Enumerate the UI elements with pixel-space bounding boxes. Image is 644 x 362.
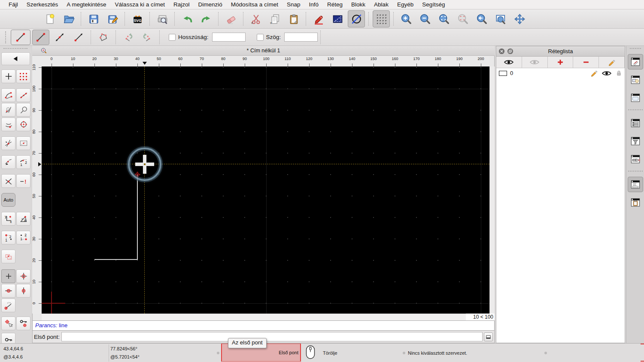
snap-free-button[interactable] — [1, 69, 15, 83]
relzero-vertical-button[interactable] — [16, 284, 30, 298]
edit-layer-button[interactable] — [599, 57, 625, 68]
snap-intersection-manual-button[interactable] — [1, 136, 15, 150]
zoom-pan-button[interactable] — [511, 10, 528, 27]
dock-clipboard-button[interactable] — [628, 195, 643, 210]
snap-distance-button[interactable] — [1, 118, 15, 131]
snap-auto-button[interactable]: Auto — [1, 193, 15, 207]
pick-relzero-button[interactable] — [1, 317, 15, 330]
edit-attributes-button[interactable] — [329, 10, 346, 27]
vertical-scrollbar[interactable] — [489, 66, 495, 314]
line-double-arrow-button[interactable] — [51, 30, 68, 45]
layer-visible-icon[interactable] — [601, 70, 612, 76]
order-12-button[interactable]: 12 — [1, 231, 15, 244]
line-ray-button[interactable] — [70, 30, 87, 45]
horizontal-scrollbar[interactable] — [42, 314, 466, 320]
layer-panel-titlebar[interactable]: Réteglista — [496, 46, 625, 57]
select-region-button[interactable] — [1, 250, 15, 263]
dock-command-line-button[interactable] — [628, 177, 643, 192]
new-file-button[interactable] — [41, 10, 58, 27]
restrict-horizontal-button[interactable]: 12 — [16, 155, 30, 169]
snap-on-entity-button[interactable] — [16, 88, 30, 102]
snap-intersection-button[interactable] — [16, 118, 30, 131]
print-preview-button[interactable] — [154, 10, 171, 27]
zoom-out-button[interactable] — [416, 10, 434, 27]
save-file-as-button[interactable] — [104, 10, 121, 27]
menu-rajzol[interactable]: Rajzol — [169, 1, 194, 8]
open-file-button[interactable] — [60, 10, 77, 27]
paste-button[interactable] — [285, 10, 302, 27]
undock-icon[interactable] — [507, 48, 513, 54]
angle-protractor-button[interactable] — [1, 299, 15, 312]
restrict-orthogonal-button[interactable] — [1, 155, 15, 169]
dock-entity-list-button[interactable] — [628, 115, 643, 131]
line-segments-button[interactable] — [32, 30, 49, 45]
show-all-layers-button[interactable] — [496, 57, 522, 68]
menu-szerkeszt-s[interactable]: Szerkesztés — [22, 1, 63, 8]
draw-pen-button[interactable] — [310, 10, 327, 27]
dock-selection-filter-button[interactable] — [628, 133, 643, 149]
save-file-button[interactable] — [85, 10, 102, 27]
delete-selected-button[interactable] — [222, 10, 240, 27]
restrict-snap-button[interactable] — [16, 136, 30, 150]
zoom-auto-button[interactable] — [435, 10, 453, 27]
order-21-button[interactable]: 12 — [16, 231, 30, 244]
hide-all-layers-button[interactable] — [522, 57, 548, 68]
length-input[interactable] — [212, 33, 246, 42]
angle-checkbox[interactable] — [257, 34, 264, 41]
snap-cross-button[interactable] — [1, 174, 15, 188]
menu-snap[interactable]: Snap — [283, 1, 305, 8]
close-icon[interactable] — [498, 48, 505, 54]
relzero-set-button[interactable] — [16, 269, 30, 283]
menu-a-megtekint-se[interactable]: A megtekintése — [62, 1, 110, 8]
layer-color-swatch[interactable] — [499, 71, 507, 76]
dock-strip-drag-handle[interactable] — [630, 48, 641, 50]
draft-mode-button[interactable] — [348, 10, 365, 27]
add-layer-button[interactable] — [548, 57, 574, 68]
menu-m-dos-tsa-a-c-met[interactable]: Módosítsa a címet — [227, 1, 283, 8]
document-titlebar[interactable]: * Cím nélkül 1 — [32, 46, 495, 56]
zoom-previous-button[interactable] — [473, 10, 490, 27]
snap-center-button[interactable] — [1, 103, 15, 117]
relzero-free-button[interactable] — [1, 269, 15, 283]
menu-dimenzi-[interactable]: Dimenzió — [194, 1, 226, 8]
collapse-back-button[interactable] — [1, 52, 30, 65]
menu-f-jl[interactable]: Fájl — [4, 1, 22, 8]
segment-undo-button[interactable] — [120, 30, 137, 45]
line-polyline-button[interactable] — [95, 30, 112, 45]
command-input[interactable] — [61, 332, 483, 341]
undo-button[interactable] — [179, 10, 196, 27]
lock-relzero-combo-button[interactable] — [16, 317, 30, 330]
angle-input[interactable] — [284, 33, 318, 42]
export-svg-button[interactable]: SVG — [129, 10, 146, 27]
sidebar-drag-handle[interactable] — [3, 48, 27, 50]
zoom-selected-button[interactable] — [454, 10, 471, 27]
layer-lock-icon[interactable] — [616, 70, 622, 76]
cut-button[interactable]: + — [247, 10, 264, 27]
menu-r-teg[interactable]: Réteg — [323, 1, 347, 8]
toggle-grid-button[interactable] — [373, 10, 390, 27]
layer-row[interactable]: 0 — [496, 68, 625, 78]
redo-button[interactable] — [197, 10, 215, 27]
remove-layer-button[interactable] — [573, 57, 599, 68]
dock-tool-widget-button[interactable] — [628, 151, 643, 167]
copy-button[interactable]: + — [266, 10, 283, 27]
drawing-canvas[interactable] — [42, 66, 489, 314]
line-current-action-button[interactable] — [11, 30, 30, 45]
menu-blokk[interactable]: Blokk — [347, 1, 370, 8]
relzero-horizontal-button[interactable] — [1, 284, 15, 298]
coord-polar-button[interactable]: ra — [16, 212, 30, 226]
dock-layer-list-button[interactable] — [628, 54, 643, 69]
menu-seg-ts-g[interactable]: Segítség — [418, 1, 449, 8]
length-checkbox[interactable] — [169, 34, 176, 41]
snap-middle-button[interactable] — [16, 103, 30, 117]
zoom-window-button[interactable] — [492, 10, 509, 27]
menu-egy-b[interactable]: Egyéb — [393, 1, 418, 8]
snap-endpoint-button[interactable] — [1, 88, 15, 102]
edit-layer-icon[interactable] — [590, 69, 598, 77]
dock-library-browser-button[interactable] — [628, 90, 643, 106]
menu-inf-[interactable]: Infó — [305, 1, 323, 8]
menu-v-lassza-ki-a-c-met[interactable]: Válassza ki a címet — [111, 1, 169, 8]
dock-block-list-button[interactable] — [628, 72, 643, 87]
coord-cartesian-button[interactable]: yx — [1, 212, 15, 226]
menu-ablak[interactable]: Ablak — [370, 1, 393, 8]
